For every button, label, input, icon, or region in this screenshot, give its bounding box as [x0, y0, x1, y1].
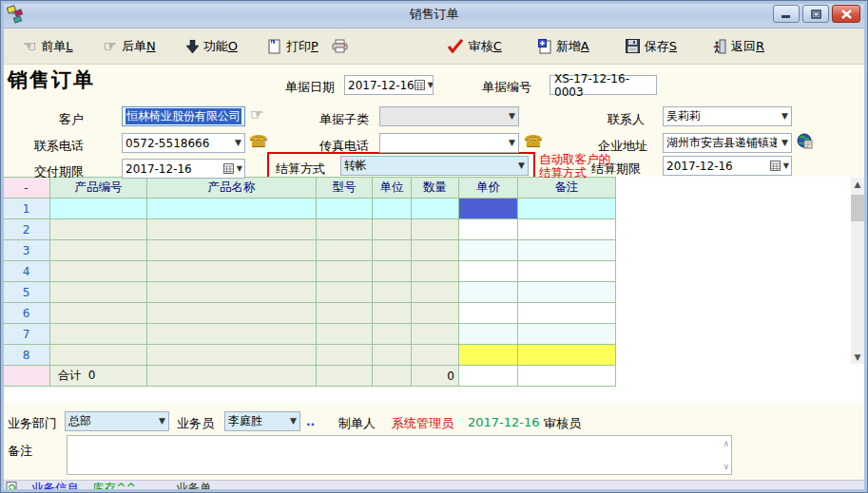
grid-cell[interactable] [412, 199, 459, 219]
grid-cell[interactable] [459, 303, 518, 324]
grid-cell[interactable] [518, 240, 616, 261]
grid-cell[interactable] [147, 282, 317, 303]
grid-cell[interactable] [459, 282, 518, 303]
chevron-down-icon[interactable]: ▼ [506, 134, 518, 152]
customer-combo[interactable]: 恒林椅业股份有限公司 ▼ [122, 106, 245, 126]
grid-cell[interactable] [518, 324, 616, 345]
tab-inventory[interactable]: 库存^^ [92, 481, 136, 493]
grid-cell[interactable] [50, 303, 147, 324]
grid-cell[interactable] [50, 240, 147, 261]
close-button[interactable] [832, 5, 860, 23]
grid-cell[interactable] [147, 261, 317, 282]
grid-cell[interactable] [412, 282, 459, 303]
grid-cell[interactable] [518, 261, 616, 282]
doc-no-field[interactable]: XS-17-12-16-0003 [550, 75, 657, 95]
grid-cell[interactable] [373, 282, 412, 303]
scroll-up-icon[interactable]: ∧ [723, 439, 729, 448]
vertical-scrollbar[interactable]: ▲ ▼ [851, 178, 864, 364]
chevron-down-icon[interactable]: ▼ [515, 157, 528, 175]
chevron-down-icon[interactable]: ▼ [241, 107, 245, 125]
settle-method-combo[interactable]: 转帐 ▼ [340, 156, 529, 176]
grid-cell[interactable] [373, 219, 412, 240]
minimize-button[interactable] [773, 5, 800, 23]
phone-combo[interactable]: 0572-5518666 ▼ [122, 133, 245, 153]
chevron-down-icon[interactable]: ▼ [779, 134, 791, 152]
salesman-more-dots[interactable]: .. [306, 415, 315, 428]
scroll-down-icon[interactable]: ∨ [723, 462, 729, 471]
grid-cell[interactable] [373, 345, 412, 366]
grid-cell[interactable] [147, 219, 317, 240]
grid-cell[interactable] [459, 324, 518, 345]
delivery-deadline-field[interactable]: 2017-12-16 ▼ [122, 159, 245, 179]
remark-textarea[interactable]: ∧ ∨ [67, 435, 732, 475]
function-button[interactable]: 功能O [183, 35, 241, 58]
next-doc-button[interactable]: ☞ 后单N [100, 34, 160, 58]
grid-cell[interactable] [412, 303, 459, 324]
scroll-up-icon[interactable]: ▲ [851, 178, 864, 191]
tab-business-order[interactable]: 业务单 [176, 481, 212, 493]
grid-cell[interactable] [518, 282, 616, 303]
grid-cell[interactable] [50, 219, 147, 240]
pick-customer-hand-icon[interactable]: ☞ [250, 107, 263, 123]
grid-cell[interactable] [373, 303, 412, 324]
grid-cell[interactable] [50, 199, 147, 219]
chevron-down-icon[interactable]: ▼ [287, 412, 299, 430]
audit-button[interactable]: 审核C [443, 35, 506, 58]
grid-cell[interactable] [147, 303, 317, 324]
grid-cell[interactable] [518, 345, 616, 366]
grid-cell[interactable] [373, 199, 412, 219]
dept-combo[interactable]: 总部 ▼ [65, 411, 169, 431]
grid-cell[interactable] [373, 324, 412, 345]
grid-cell[interactable] [147, 240, 317, 261]
grid-cell[interactable] [317, 324, 373, 345]
map-globe-icon[interactable] [797, 133, 813, 149]
grid-cell[interactable] [459, 199, 518, 219]
chevron-down-icon[interactable]: ▼ [232, 134, 244, 152]
fax-combo[interactable]: ▼ [379, 133, 519, 153]
scrollbar-thumb[interactable] [851, 195, 864, 221]
col-header-price[interactable]: 单价 [459, 178, 518, 199]
grid-cell[interactable] [459, 345, 518, 366]
grid-cell[interactable] [459, 261, 518, 282]
grid-cell[interactable] [317, 261, 373, 282]
grid-cell[interactable] [317, 303, 373, 324]
grid-cell[interactable] [518, 303, 616, 324]
prev-doc-button[interactable]: ☜ 前单L [19, 34, 77, 58]
chevron-down-icon[interactable]: ▼ [779, 107, 791, 125]
grid-cell[interactable] [373, 261, 412, 282]
grid-cell[interactable] [412, 240, 459, 261]
calendar-dropdown-icon[interactable]: ▼ [770, 161, 791, 171]
calendar-dropdown-icon[interactable]: ▼ [223, 163, 244, 174]
grid-cell[interactable] [50, 324, 147, 345]
grid-cell[interactable] [412, 345, 459, 366]
grid-cell[interactable] [518, 219, 616, 240]
col-header-product-name[interactable]: 产品名称 [147, 178, 317, 199]
printer-icon-button[interactable] [328, 36, 352, 56]
col-header-unit[interactable]: 单位 [373, 178, 412, 199]
doc-subtype-combo[interactable]: ▼ [379, 106, 519, 126]
add-button[interactable]: 新增A [534, 35, 593, 58]
grid-cell[interactable] [459, 219, 518, 240]
grid-cell[interactable] [317, 219, 373, 240]
grid-cell[interactable] [317, 199, 373, 219]
col-header-model[interactable]: 型号 [317, 178, 373, 199]
grid-cell[interactable] [50, 282, 147, 303]
grid-cell[interactable] [317, 240, 373, 261]
save-button[interactable]: 保存S [622, 35, 681, 58]
print-button[interactable]: 打印P [264, 35, 322, 58]
grid-cell[interactable] [317, 345, 373, 366]
chevron-down-icon[interactable]: ▼ [506, 107, 518, 125]
col-header-qty[interactable]: 数量 [412, 178, 459, 199]
grid-cell[interactable] [459, 240, 518, 261]
return-button[interactable]: 返回R [709, 35, 768, 58]
grid-cell[interactable] [518, 199, 616, 219]
grid-cell[interactable] [412, 324, 459, 345]
grid-cell[interactable] [412, 261, 459, 282]
grid-cell[interactable] [412, 219, 459, 240]
scroll-down-icon[interactable]: ▼ [851, 351, 864, 364]
grid-cell[interactable] [147, 199, 317, 219]
grid-cell[interactable] [147, 345, 317, 366]
contact-combo[interactable]: 吴莉莉 ▼ [663, 106, 792, 126]
grid-cell[interactable] [147, 324, 317, 345]
col-header-remark[interactable]: 备注 [518, 178, 616, 199]
